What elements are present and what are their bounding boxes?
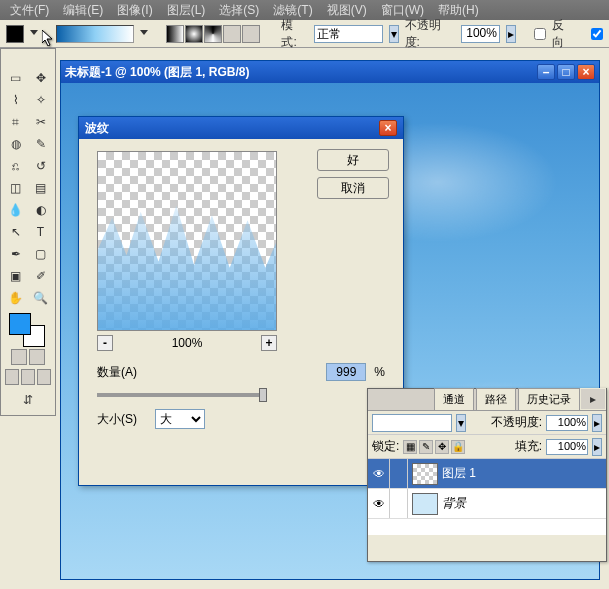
slider-handle[interactable] xyxy=(259,388,267,402)
layer-name: 图层 1 xyxy=(442,465,476,482)
eyedropper-tool[interactable]: ✐ xyxy=(28,265,53,287)
mode-select-arrow[interactable]: ▾ xyxy=(389,25,399,43)
wand-tool[interactable]: ✧ xyxy=(28,89,53,111)
jump-to-button[interactable]: ⇵ xyxy=(5,389,51,411)
brush-tool[interactable]: ✎ xyxy=(28,133,53,155)
layer-opacity-input[interactable]: 100% xyxy=(546,415,588,431)
foreground-color[interactable] xyxy=(9,313,31,335)
tab-history[interactable]: 历史记录 xyxy=(518,388,580,410)
stamp-tool[interactable]: ⎌ xyxy=(3,155,28,177)
visibility-icon[interactable]: 👁 xyxy=(368,459,390,488)
link-cell[interactable] xyxy=(390,489,408,518)
screen-mode-3[interactable] xyxy=(37,369,51,385)
cancel-button[interactable]: 取消 xyxy=(317,177,389,199)
gradient-dropdown-icon[interactable] xyxy=(140,30,148,38)
gradient-radial-button[interactable] xyxy=(185,25,203,43)
type-tool[interactable]: T xyxy=(28,221,53,243)
opacity-input[interactable]: 100% xyxy=(461,25,500,43)
gradient-tool[interactable]: ▤ xyxy=(28,177,53,199)
layer-row[interactable]: 👁 背景 xyxy=(368,489,606,519)
menu-select[interactable]: 选择(S) xyxy=(213,0,265,21)
dialog-close-button[interactable]: × xyxy=(379,120,397,136)
quickmask-mode-button[interactable] xyxy=(29,349,45,365)
visibility-icon[interactable]: 👁 xyxy=(368,489,390,518)
window-close-button[interactable]: × xyxy=(577,64,595,80)
notes-tool[interactable]: ▣ xyxy=(3,265,28,287)
window-maximize-button[interactable]: □ xyxy=(557,64,575,80)
amount-label: 数量(A) xyxy=(97,364,147,381)
dropdown-icon[interactable] xyxy=(30,30,38,38)
layer-row[interactable]: 👁 图层 1 xyxy=(368,459,606,489)
gradient-linear-button[interactable] xyxy=(166,25,184,43)
history-brush-tool[interactable]: ↺ xyxy=(28,155,53,177)
slice-tool[interactable]: ✂ xyxy=(28,111,53,133)
gradient-diamond-button[interactable] xyxy=(242,25,260,43)
gradient-angle-button[interactable] xyxy=(204,25,222,43)
blend-mode-select[interactable] xyxy=(372,414,452,432)
size-label: 大小(S) xyxy=(97,411,147,428)
lock-transparency-icon[interactable]: ▦ xyxy=(403,440,417,454)
mode-select[interactable]: 正常 xyxy=(314,25,383,43)
zoom-value: 100% xyxy=(172,336,203,350)
gradient-type-buttons xyxy=(166,25,260,43)
menu-edit[interactable]: 编辑(E) xyxy=(57,0,109,21)
screen-mode-1[interactable] xyxy=(5,369,19,385)
link-cell[interactable] xyxy=(390,459,408,488)
layer-opacity-arrow[interactable]: ▸ xyxy=(592,414,602,432)
layer-thumbnail[interactable] xyxy=(412,493,438,515)
foreground-swatch[interactable] xyxy=(6,25,24,43)
fill-label: 填充: xyxy=(515,438,542,455)
zoom-in-button[interactable]: + xyxy=(261,335,277,351)
hand-tool[interactable]: ✋ xyxy=(3,287,28,309)
lasso-tool[interactable]: ⌇ xyxy=(3,89,28,111)
opacity-arrow[interactable]: ▸ xyxy=(506,25,516,43)
gradient-preview[interactable] xyxy=(56,25,134,43)
layer-thumbnail[interactable] xyxy=(412,463,438,485)
blur-tool[interactable]: 💧 xyxy=(3,199,28,221)
mode-label: 模式: xyxy=(281,17,308,51)
menu-file[interactable]: 文件(F) xyxy=(4,0,55,21)
path-tool[interactable]: ↖ xyxy=(3,221,28,243)
size-select[interactable]: 大 xyxy=(155,409,205,429)
blend-mode-arrow[interactable]: ▾ xyxy=(456,414,466,432)
lock-position-icon[interactable]: ✥ xyxy=(435,440,449,454)
lock-label: 锁定: xyxy=(372,438,399,455)
toolbox: ▭✥ ⌇✧ ⌗✂ ◍✎ ⎌↺ ◫▤ 💧◐ ↖T ✒▢ ▣✐ ✋🔍 ⇵ xyxy=(0,48,56,416)
menu-layer[interactable]: 图层(L) xyxy=(161,0,212,21)
fill-arrow[interactable]: ▸ xyxy=(592,438,602,456)
menu-view[interactable]: 视图(V) xyxy=(321,0,373,21)
pen-tool[interactable]: ✒ xyxy=(3,243,28,265)
dither-checkbox[interactable] xyxy=(591,28,603,40)
crop-tool[interactable]: ⌗ xyxy=(3,111,28,133)
menu-image[interactable]: 图像(I) xyxy=(111,0,158,21)
shape-tool[interactable]: ▢ xyxy=(28,243,53,265)
tab-channels[interactable]: 通道 xyxy=(434,388,474,410)
layer-opacity-label: 不透明度: xyxy=(491,414,542,431)
amount-slider[interactable] xyxy=(97,393,267,397)
healing-tool[interactable]: ◍ xyxy=(3,133,28,155)
gradient-reflected-button[interactable] xyxy=(223,25,241,43)
eraser-tool[interactable]: ◫ xyxy=(3,177,28,199)
standard-mode-button[interactable] xyxy=(11,349,27,365)
lock-all-icon[interactable]: 🔒 xyxy=(451,440,465,454)
layer-list: 👁 图层 1 👁 背景 xyxy=(368,459,606,535)
amount-input[interactable] xyxy=(326,363,366,381)
panel-menu-icon[interactable]: ▸ xyxy=(580,388,606,410)
marquee-tool[interactable]: ▭ xyxy=(3,67,28,89)
zoom-tool[interactable]: 🔍 xyxy=(28,287,53,309)
screen-mode-2[interactable] xyxy=(21,369,35,385)
move-tool[interactable]: ✥ xyxy=(28,67,53,89)
document-titlebar[interactable]: 未标题-1 @ 100% (图层 1, RGB/8) – □ × xyxy=(61,61,599,83)
ripple-dialog: 波纹 × 好 取消 - 100% + 数量(A) % 大小(S) 大 xyxy=(78,116,404,486)
reverse-checkbox[interactable] xyxy=(534,28,546,40)
ok-button[interactable]: 好 xyxy=(317,149,389,171)
window-minimize-button[interactable]: – xyxy=(537,64,555,80)
fill-input[interactable]: 100% xyxy=(546,439,588,455)
filter-preview[interactable] xyxy=(97,151,277,331)
dodge-tool[interactable]: ◐ xyxy=(28,199,53,221)
dialog-title: 波纹 xyxy=(85,120,109,137)
dialog-titlebar[interactable]: 波纹 × xyxy=(79,117,403,139)
tab-paths[interactable]: 路径 xyxy=(476,388,516,410)
zoom-out-button[interactable]: - xyxy=(97,335,113,351)
lock-pixels-icon[interactable]: ✎ xyxy=(419,440,433,454)
